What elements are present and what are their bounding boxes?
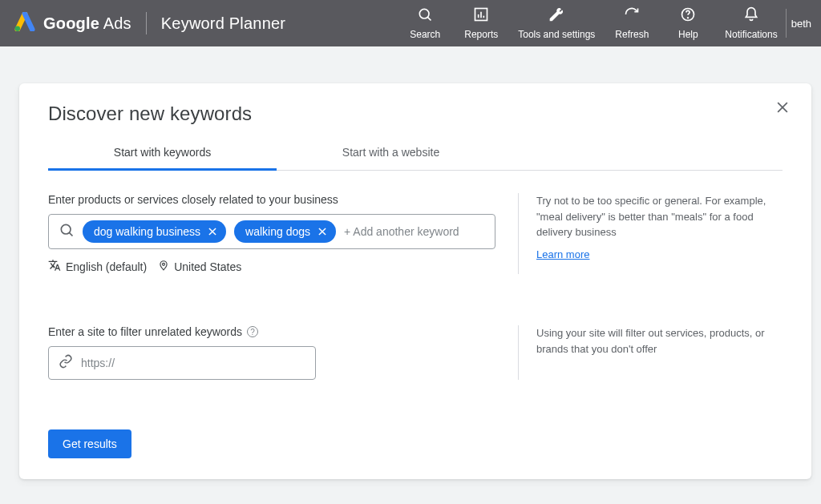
tab-start-with-keywords[interactable]: Start with keywords [48,136,277,170]
product-title: Keyword Planner [161,14,285,33]
bell-icon [743,6,759,25]
site-field-label-wrap: Enter a site to filter unrelated keyword… [48,325,495,338]
chip-remove-button[interactable] [317,226,328,237]
help-tooltip-icon[interactable]: ? [247,326,258,337]
svg-point-11 [61,224,71,234]
site-hint-text: Using your site will filter out services… [536,325,783,357]
svg-point-1 [420,9,430,18]
svg-line-2 [428,17,431,20]
header-divider-right [786,9,787,38]
chip-label: walking dogs [245,225,310,238]
card-title: Discover new keywords [48,103,783,125]
language-location-row: English (default) United States [48,259,495,274]
keyword-hint-text: Try not to be too specific or general. F… [536,193,783,240]
brand-text: Google Ads [43,14,131,33]
svg-point-17 [163,263,165,265]
language-selector[interactable]: English (default) [48,259,147,274]
close-button[interactable] [774,99,791,119]
chip-label: dog walking business [94,225,200,238]
svg-line-12 [69,232,72,236]
add-keyword-placeholder[interactable]: + Add another keyword [344,225,459,238]
nav-reports[interactable]: Reports [462,6,500,40]
site-field-label: Enter a site to filter unrelated keyword… [48,325,242,338]
header-actions: Search Reports Tools and settings Refres… [406,6,777,40]
svg-point-0 [15,26,21,31]
nav-help[interactable]: Help [669,6,707,40]
help-icon [680,6,696,25]
keyword-field-label: Enter products or services closely relat… [48,193,495,206]
site-url-input[interactable] [81,357,305,369]
keyword-input-box[interactable]: dog walking business walking dogs + Add … [48,214,495,249]
reports-icon [473,6,489,25]
brand-logo[interactable]: Google Ads [14,12,131,34]
refresh-icon [624,6,640,25]
app-header: Google Ads Keyword Planner Search Report… [0,0,821,46]
chip-remove-button[interactable] [207,226,218,237]
tab-start-with-website[interactable]: Start with a website [277,136,505,170]
header-divider [146,12,147,34]
wrench-icon [548,6,564,25]
google-ads-logo-icon [14,12,35,34]
translate-icon [48,259,61,274]
nav-tools[interactable]: Tools and settings [518,6,595,40]
link-icon [59,354,73,372]
search-icon [417,6,433,25]
nav-search[interactable]: Search [406,6,444,40]
location-selector[interactable]: United States [158,260,241,273]
search-icon [59,222,75,241]
user-name[interactable]: beth [791,18,811,30]
keyword-row: Enter products or services closely relat… [48,193,783,274]
nav-refresh[interactable]: Refresh [613,6,651,40]
nav-notifications[interactable]: Notifications [725,6,777,40]
get-results-button[interactable]: Get results [48,429,131,458]
site-input-box[interactable] [48,346,316,380]
location-pin-icon [158,260,169,273]
site-filter-row: Enter a site to filter unrelated keyword… [48,325,783,380]
discover-keywords-card: Discover new keywords Start with keyword… [19,83,811,479]
svg-point-8 [688,18,689,18]
keyword-chip: dog walking business [83,220,226,243]
keyword-chip: walking dogs [234,220,336,243]
learn-more-link[interactable]: Learn more [536,248,589,260]
tabs: Start with keywords Start with a website [48,136,783,171]
close-icon [774,104,791,118]
